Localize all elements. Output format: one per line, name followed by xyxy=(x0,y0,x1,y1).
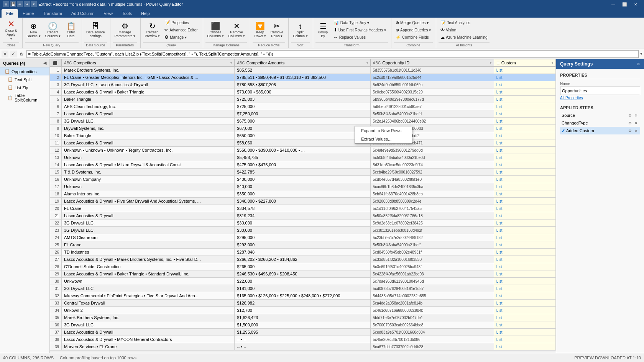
table-row[interactable]: 35 Marek Brothers Systems, Inc. $1,626,4… xyxy=(50,314,556,321)
list-tag[interactable]: List xyxy=(496,301,503,305)
step-source-settings-icon[interactable]: ⚙ xyxy=(627,113,632,118)
step-added-custom-delete-icon[interactable]: ✕ xyxy=(633,128,639,133)
table-row[interactable]: 21 Lasco Acoustics & Drywall $319,234 5c… xyxy=(50,212,556,219)
table-row[interactable]: 23 3G Drywall LLC. $30,000 5cc8c13261ebb… xyxy=(50,227,556,234)
list-tag[interactable]: List xyxy=(496,206,503,211)
col-header-competitors[interactable]: ABC Competitors ▾ xyxy=(62,59,235,67)
list-tag[interactable]: List xyxy=(496,243,503,247)
replace-values-button[interactable]: ↔ Replace Values xyxy=(332,34,388,41)
sidebar-item-list-zip[interactable]: 📋 List Zip xyxy=(0,84,49,92)
list-tag[interactable]: List xyxy=(496,134,503,138)
table-row[interactable]: 29 Lasco Acoustics & Drywall • Baker Tri… xyxy=(50,270,556,278)
manage-button[interactable]: ⚙ Manage ▾ xyxy=(163,34,199,41)
list-tag[interactable]: List xyxy=(496,119,503,123)
list-tag[interactable]: List xyxy=(496,236,503,240)
advanced-editor-button[interactable]: ✏ Advanced Editor xyxy=(163,26,199,33)
combine-fields-button[interactable]: ⚡ Combine Fields xyxy=(394,34,433,41)
right-panel-close-button[interactable]: ✕ xyxy=(637,62,640,67)
table-row[interactable]: 2 FL Crane • Greater Metroplex Interiors… xyxy=(50,74,556,81)
merge-queries-button[interactable]: ⊕ Merge Queries ▾ xyxy=(394,19,433,26)
table-row[interactable]: 14 Lasco Acoustics & Drywall • Millard D… xyxy=(50,161,556,169)
list-tag[interactable]: List xyxy=(496,170,503,174)
table-row[interactable]: 30 Unkwown $22,000 5c7dae953d61190018049… xyxy=(50,278,556,285)
table-row[interactable]: 22 3G Drywall LLC. $30,000 5c9d2d63e1e07… xyxy=(50,219,556,227)
list-tag[interactable]: List xyxy=(496,330,503,334)
table-row[interactable]: 8 3G Drywall LLC. $675,000 5c2e14250486b… xyxy=(50,118,556,125)
sidebar-item-text-split[interactable]: 📋 Text Split xyxy=(0,75,49,84)
list-tag[interactable]: List xyxy=(496,177,503,182)
choose-columns-button[interactable]: ⬛ ChooseColumns ▾ xyxy=(205,19,226,41)
list-tag[interactable]: List xyxy=(496,316,503,320)
first-row-header-button[interactable]: ⬆ Use First Row as Headers ▾ xyxy=(332,26,388,33)
maximize-button[interactable]: ⬜ xyxy=(619,0,630,8)
table-row[interactable]: 5 Baker Triangle $725,003 5b9965b40d29e7… xyxy=(50,96,556,103)
table-row[interactable]: 3 3G Drywall LLC. • Lasco Acoustics & Dr… xyxy=(50,81,556,88)
table-row[interactable]: 32 lakeway Commercial • PinPoint Strateg… xyxy=(50,292,556,300)
list-tag[interactable]: List xyxy=(496,105,503,109)
table-row[interactable]: 39 Marven Services • FL Crane -- • -- 5c… xyxy=(50,343,556,351)
table-row[interactable]: 17 Unknown $40,000 5cac86b1b8de24001835c… xyxy=(50,183,556,190)
data-type-button[interactable]: 📊 Data Type: Any ▾ xyxy=(332,19,388,26)
minimize-button[interactable]: — xyxy=(608,0,619,8)
formula-check-button[interactable]: ✓ xyxy=(10,51,17,57)
list-tag[interactable]: List xyxy=(496,148,503,152)
table-row[interactable]: 34 Unkown 2 $12,700 5c461c68716a6800302c… xyxy=(50,307,556,314)
tab-add-column[interactable]: Add Column xyxy=(67,9,99,18)
table-row[interactable]: 38 Lasco Acoustics & Drywall • MYCON Gen… xyxy=(50,336,556,343)
step-source[interactable]: Source ⚙ ✕ xyxy=(560,111,640,119)
step-changed-type-delete-icon[interactable]: ✕ xyxy=(633,120,639,126)
table-row[interactable]: 4 Lasco Acoustics & Drywall • Baker Tria… xyxy=(50,88,556,96)
undo-icon[interactable]: ↩ xyxy=(17,1,23,7)
table-row[interactable]: 31 3G Drywall LLC. $181,000 5cd0973b7ff2… xyxy=(50,285,556,292)
table-row[interactable]: 25 FL Crane $293,000 5c50b8f46aba54000a2… xyxy=(50,241,556,249)
queries-collapse-button[interactable]: ◀ xyxy=(43,61,46,66)
remove-rows-button[interactable]: ✂ RemoveRows ▾ xyxy=(269,19,286,41)
group-by-button[interactable]: ☰ GroupBy xyxy=(315,19,331,41)
tab-transform[interactable]: Transform xyxy=(38,9,67,18)
expand-to-new-rows-item[interactable]: Expand to New Rows xyxy=(355,126,412,135)
list-tag[interactable]: List xyxy=(496,163,503,167)
azure-ml-button[interactable]: ☁ Azure Machine Learning xyxy=(439,34,489,41)
step-source-delete-icon[interactable]: ✕ xyxy=(633,113,639,118)
formula-expand-button[interactable]: ▾ xyxy=(640,51,642,56)
table-row[interactable]: 13 Unknown $5,458,735 5c50b8f46aba5a4000… xyxy=(50,154,556,161)
tab-file[interactable]: File xyxy=(2,9,18,18)
list-tag[interactable]: List xyxy=(496,345,503,349)
close-button[interactable]: ✕ xyxy=(630,0,641,8)
text-analytics-button[interactable]: 📝 Text Analytics xyxy=(439,19,489,26)
list-tag[interactable]: List xyxy=(496,97,503,102)
extract-values-item[interactable]: Extract Values... xyxy=(355,135,412,143)
manage-parameters-button[interactable]: ⚙ ManageParameters ▾ xyxy=(113,19,137,41)
data-source-settings-button[interactable]: 🗄 Data sourcesettings xyxy=(84,19,107,41)
list-tag[interactable]: List xyxy=(496,337,503,342)
list-tag[interactable]: List xyxy=(496,265,503,269)
step-changed-type-settings-icon[interactable]: ⚙ xyxy=(627,120,632,126)
more-icon[interactable]: ▾ xyxy=(31,1,37,7)
table-row[interactable]: 33 Central Texas Drywall $126,982 5ca4dd… xyxy=(50,300,556,307)
list-tag[interactable]: List xyxy=(496,156,503,160)
table-row[interactable]: 1 Marek Brothers Systems, Inc. $85,552 5… xyxy=(50,67,556,74)
table-row[interactable]: 28 O'Donnell Snider Construction $265,00… xyxy=(50,263,556,270)
enter-data-button[interactable]: 📋 EnterData xyxy=(63,19,79,41)
list-tag[interactable]: List xyxy=(496,294,503,298)
sidebar-item-opportunities[interactable]: 📋 Opportunities xyxy=(0,67,49,75)
list-tag[interactable]: List xyxy=(496,141,503,145)
list-tag[interactable]: List xyxy=(496,272,503,276)
tab-view[interactable]: View xyxy=(99,9,118,18)
table-row[interactable]: 16 Unknown Company $400,000 5cd04e657d4a… xyxy=(50,176,556,183)
table-row[interactable]: 7 Lasco Acoustics & Drywall $7,250,000 5… xyxy=(50,110,556,118)
list-tag[interactable]: List xyxy=(496,214,503,218)
formula-x-button[interactable]: ✕ xyxy=(2,51,8,57)
close-apply-button[interactable]: ✕ Close &Apply ▾ xyxy=(3,19,19,41)
list-tag[interactable]: List xyxy=(496,308,503,313)
list-tag[interactable]: List xyxy=(496,221,503,225)
tab-help[interactable]: Help xyxy=(136,9,154,18)
data-grid[interactable]: ⬛ ABC Competitors ▾ ABC xyxy=(50,59,556,353)
table-row[interactable]: 37 Lasco Acoustics & Drywall $1,295,095 … xyxy=(50,329,556,336)
list-tag[interactable]: List xyxy=(496,199,503,203)
table-row[interactable]: 9 Drywall Systems, Inc. $67,000 5bdb478f… xyxy=(50,125,556,132)
refresh-preview-button[interactable]: ↻ RefreshPreview ▾ xyxy=(143,19,162,41)
keep-rows-button[interactable]: 🔽 KeepRows ▾ xyxy=(253,19,268,41)
list-tag[interactable]: List xyxy=(496,185,503,189)
step-changed-type[interactable]: ChangedType ⚙ ✕ xyxy=(560,119,640,127)
